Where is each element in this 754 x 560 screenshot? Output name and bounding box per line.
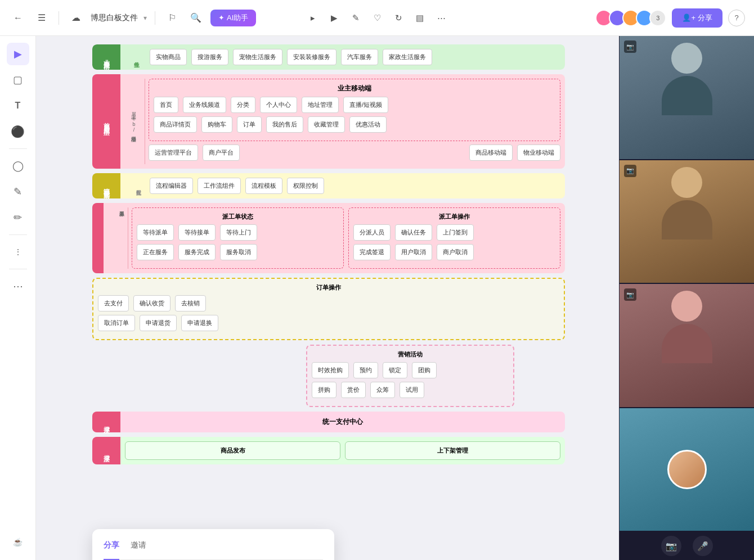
share-icon: 👤+ [682,13,695,22]
search-button[interactable]: 🔍 [187,9,205,27]
c-ops: 运营管理平台 [149,144,198,161]
product-layer: 撑层 商品发布 上下架管理 [92,437,565,464]
mute-audio-button[interactable]: 🎤 [693,536,713,556]
product-shelves-title: 上下架管理 [350,446,555,455]
product-layer-content: 商品发布 上下架管理 [120,437,565,464]
person1-head [671,43,702,74]
dispatch-status: 派工单状态 等待派单 等待接单 等待上门 正在服务 服务完成 [132,207,344,269]
video-item-2: 📷 [620,160,754,284]
tc-chart[interactable]: ▤ [411,10,428,26]
video-item-1: 📷 [620,36,754,160]
mobile-section: 业主移动端 首页 业务线频道 分类 个人中心 地址管理 直播/短视频 [149,79,560,141]
do-user-cancel: 用户取消 [395,244,432,260]
tool-shape[interactable]: ◯ [7,155,29,177]
ds-wait-accept: 等待接单 [178,224,216,241]
process-config-layer: 流程配置层 流程配置 流程编辑器 工作流组件 流程模板 权限控制 [92,173,565,198]
dispatch-status-row2: 正在服务 服务完成 服务取消 [137,244,339,260]
tool-pen[interactable]: ✎ [7,180,29,203]
person3-bg [620,284,754,407]
oo-verify: 去核销 [175,295,206,311]
dispatch-sublabel: 派工单服务 [108,207,128,269]
tool-map[interactable]: ☕ [7,531,29,553]
mute-video-button[interactable]: 📷 [661,536,681,556]
right-sidebar: 📷 📷 📷 [619,36,754,560]
order-ops-row2: 取消订单 申请退货 申请退换 [98,315,559,331]
tc-pen[interactable]: ✎ [347,10,364,26]
menu-button[interactable]: ☰ [33,9,51,27]
cam-icon-2[interactable]: 📷 [624,165,636,177]
card-lvyou: 搜游服务 [191,49,228,65]
back-button[interactable]: ← [9,9,27,27]
do-merchant-cancel: 商户取消 [437,244,474,260]
tool-frame[interactable]: ▢ [7,69,29,91]
front-user-layer: 前台用户应用层 上层web/移动应用 业主移动端 首页 业务线频道 [92,74,565,169]
dispatch-ops-title: 派工单操作 [353,213,555,221]
file-title[interactable]: 博思白板文件 [91,13,138,23]
mk-crowd: 众筹 [370,382,395,398]
tool-cursor[interactable]: ▶ [7,43,29,65]
mk-pin: 拼购 [312,382,336,398]
cam-icon-1[interactable]: 📷 [624,40,636,53]
toolbar-center: ▸ ▶ ✎ ♡ ↻ ▤ ⋯ [304,10,450,26]
tab-invite[interactable]: 邀请 [131,540,146,555]
order-ops-title: 订单操作 [98,283,559,292]
help-button[interactable]: ? [728,10,745,26]
main-area: ▶ ▢ T ⚫ ◯ ✎ ✏ ⋮ ⋯ ☕ 业务应用层 业务线 [0,36,754,560]
c-cart: 购物车 [201,116,232,133]
front-bottom-row: 运营管理平台 商户平台 商品移动端 物业移动端 [149,144,560,161]
tool-connector[interactable]: ⋮ [7,241,29,263]
c-category: 分类 [231,97,255,113]
cloud-button[interactable]: ☁ [67,9,85,27]
cam-icon-3[interactable]: 📷 [624,288,636,301]
canvas-area[interactable]: 业务应用层 业务线 实物商品 搜游服务 宠物生活服务 安装装修服务 汽车服务 家… [36,36,619,560]
tc-timer[interactable]: ↻ [390,10,407,26]
tag-button[interactable]: ⚐ [163,9,181,27]
c-channel: 业务线频道 [183,97,226,113]
c-permission: 权限控制 [287,178,324,194]
mk-trial: 试用 [400,382,424,398]
dropdown-arrow[interactable]: ▾ [143,14,147,22]
tc-more[interactable]: ⋯ [433,10,450,26]
ds-wait-door: 等待上门 [220,224,257,241]
left-sidebar: ▶ ▢ T ⚫ ◯ ✎ ✏ ⋮ ⋯ ☕ [0,36,36,560]
tab-share[interactable]: 分享 [104,540,119,560]
c-order: 订单 [237,116,262,133]
oo-pay: 去支付 [98,295,129,311]
mk-appt: 预约 [353,362,378,378]
tc-comment[interactable]: ♡ [369,10,385,26]
canvas-scroll[interactable]: 业务应用层 业务线 实物商品 搜游服务 宠物生活服务 安装装修服务 汽车服务 家… [36,36,619,560]
c-homepage: 首页 [154,97,178,113]
tc-play[interactable]: ▶ [326,10,343,26]
mk-lock: 锁定 [383,362,407,378]
share-button[interactable]: 👤+ 分享 [672,8,722,28]
tool-more[interactable]: ⋯ [7,275,29,297]
c-merchant: 商户平台 [203,144,240,161]
tool-text[interactable]: T [7,94,29,117]
c-property: 物业移动端 [517,144,560,161]
avatar-count: 3 [649,10,666,26]
front-layer-content: 上层web/移动应用 业主移动端 首页 业务线频道 分类 个人中心 [120,74,565,169]
person1-body [662,76,712,115]
c-address: 地址管理 [302,97,339,113]
video-item-4 [620,408,754,532]
card-anzhuang: 安装装修服务 [287,49,336,65]
dispatch-layer-content: 派工单服务 派工单状态 等待派单 等待接单 等待上门 [104,203,565,273]
front-sublabel: 上层web/移动应用 [125,79,145,164]
oo-exchange: 申请退换 [181,315,218,331]
tool-note[interactable]: ⚫ [7,120,29,143]
c-aftersale: 我的售后 [266,116,303,133]
video-controls: 📷 🎤 [620,532,754,560]
tc-arrow[interactable]: ▸ [304,10,321,26]
video-item-3: 📷 [620,284,754,408]
ds-complete: 服务完成 [178,244,216,260]
ai-assistant-button[interactable]: ✦ AI助手 [210,10,256,26]
c-goods-mobile: 商品移动端 [469,144,513,161]
c-flow-template: 流程模板 [245,178,282,194]
dispatch-layer: 派工单服务 派工单状态 等待派单 等待接单 等待上门 [92,203,565,273]
c-collect: 收藏管理 [308,116,345,133]
tool-marker[interactable]: ✏ [7,206,29,229]
dispatch-status-row1: 等待派单 等待接单 等待上门 [137,224,339,241]
card-wushang: 实物商品 [150,49,187,65]
marketing-title: 营销活动 [312,350,509,359]
toolbar-right: 3 👤+ 分享 ? [595,8,745,28]
